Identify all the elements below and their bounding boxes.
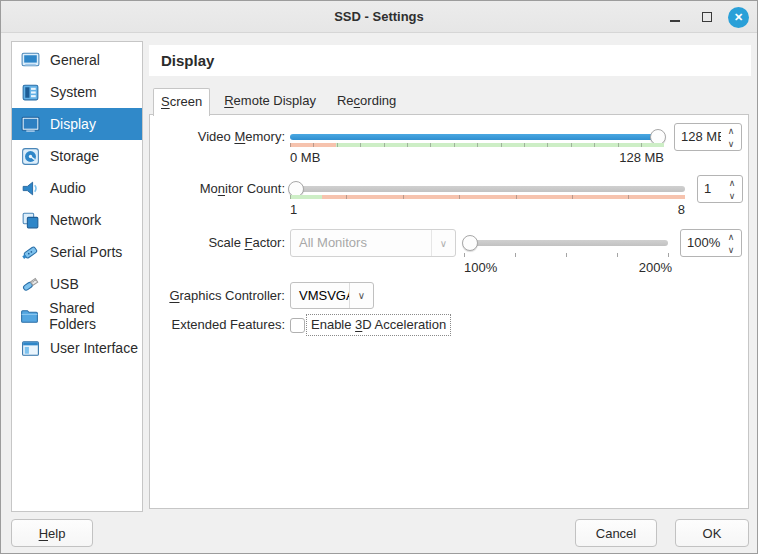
monitor-count-value[interactable]: 1 xyxy=(698,176,722,202)
general-icon xyxy=(19,49,41,71)
audio-icon xyxy=(19,177,41,199)
shared-folders-icon xyxy=(19,305,40,327)
maximize-button[interactable] xyxy=(696,6,718,28)
sidebar-item-usb[interactable]: USB xyxy=(12,268,142,300)
monitor-count-spinbox: 1 ∧ ∨ xyxy=(697,175,743,203)
video-memory-scale xyxy=(290,143,664,147)
minimize-icon xyxy=(670,20,680,22)
settings-window: SSD - Settings ✕ General System Display xyxy=(0,0,758,554)
page-header: Display xyxy=(149,45,751,76)
dropdown-arrow-icon: ∨ xyxy=(431,230,455,256)
window-controls: ✕ xyxy=(664,1,749,33)
sidebar-item-label: General xyxy=(50,52,100,68)
monitor-count-max: 8 xyxy=(678,201,685,219)
video-memory-slider-track[interactable] xyxy=(290,134,664,140)
video-memory-max: 128 MB xyxy=(619,149,664,167)
sidebar-item-user-interface[interactable]: User Interface xyxy=(12,332,142,364)
usb-icon xyxy=(19,273,41,295)
monitor-count-min: 1 xyxy=(290,202,297,217)
scale-factor-label: Scale Factor: xyxy=(150,229,285,257)
network-icon xyxy=(19,209,41,231)
spin-down-icon: ∨ xyxy=(729,191,736,201)
sidebar-item-network[interactable]: Network xyxy=(12,204,142,236)
spin-up-icon: ∧ xyxy=(728,232,735,242)
scale-factor-monitor-value: All Monitors xyxy=(291,230,431,256)
dropdown-arrow-icon: ∨ xyxy=(349,283,373,308)
sidebar-item-label: Network xyxy=(50,212,101,228)
spin-down-icon: ∨ xyxy=(728,139,735,149)
video-memory-min: 0 MB xyxy=(290,150,320,165)
scale-factor-max: 200% xyxy=(639,259,672,277)
sidebar-item-label: Serial Ports xyxy=(50,244,122,260)
serial-ports-icon xyxy=(19,241,41,263)
sidebar-item-display[interactable]: Display xyxy=(12,108,142,140)
tab-screen[interactable]: Screen xyxy=(153,88,210,116)
sidebar-item-general[interactable]: General xyxy=(12,44,142,76)
scale-factor-monitor-select[interactable]: All Monitors ∨ xyxy=(290,229,456,257)
sidebar: General System Display Storage Audio xyxy=(11,41,143,512)
maximize-icon xyxy=(702,12,712,22)
video-memory-range-labels: 0 MB 128 MB xyxy=(290,149,664,167)
sidebar-item-serial-ports[interactable]: Serial Ports xyxy=(12,236,142,268)
monitor-count-scale xyxy=(290,195,685,199)
monitor-count-range-labels: 1 8 xyxy=(290,201,685,219)
system-icon xyxy=(19,81,41,103)
cancel-button[interactable]: Cancel xyxy=(575,519,657,547)
sidebar-item-label: Shared Folders xyxy=(49,300,142,332)
monitor-count-spin-down[interactable]: ∨ xyxy=(722,189,742,202)
display-icon xyxy=(19,113,41,135)
sidebar-item-label: Storage xyxy=(50,148,99,164)
graphics-controller-label: Graphics Controller: xyxy=(150,282,285,310)
user-interface-icon xyxy=(19,337,41,359)
minimize-button[interactable] xyxy=(664,6,686,28)
scale-factor-spin-down[interactable]: ∨ xyxy=(721,243,741,256)
titlebar[interactable]: SSD - Settings ✕ xyxy=(1,1,757,33)
sidebar-item-system[interactable]: System xyxy=(12,76,142,108)
sidebar-item-label: USB xyxy=(50,276,79,292)
scale-factor-slider-handle[interactable] xyxy=(462,235,478,251)
scale-factor-min: 100% xyxy=(464,260,497,275)
video-memory-spin-up[interactable]: ∧ xyxy=(721,124,741,137)
scale-factor-value[interactable]: 100% xyxy=(681,230,721,256)
scale-factor-spinbox: 100% ∧ ∨ xyxy=(680,229,742,257)
close-button[interactable]: ✕ xyxy=(728,7,749,28)
tab-remote-display[interactable]: Remote Display xyxy=(217,88,323,115)
enable-3d-acceleration-checkbox[interactable] xyxy=(290,318,305,333)
monitor-count-spin-up[interactable]: ∧ xyxy=(722,176,742,189)
spin-up-icon: ∧ xyxy=(728,126,735,136)
sidebar-item-shared-folders[interactable]: Shared Folders xyxy=(12,300,142,332)
tabbar: Screen Remote Display Recording xyxy=(153,88,410,115)
spin-down-icon: ∨ xyxy=(728,245,735,255)
spin-up-icon: ∧ xyxy=(729,178,736,188)
video-memory-spinbox: 128 MB ∧ ∨ xyxy=(674,123,742,151)
sidebar-item-label: System xyxy=(50,84,97,100)
video-memory-label: Video Memory: xyxy=(150,123,285,151)
graphics-controller-value: VMSVGA xyxy=(291,283,349,308)
close-icon: ✕ xyxy=(734,11,743,24)
page-title: Display xyxy=(149,45,751,76)
extended-features-label: Extended Features: xyxy=(150,314,285,336)
scale-factor-range-labels: 100% 200% xyxy=(464,259,672,277)
enable-3d-acceleration-label[interactable]: Enable 3D Acceleration xyxy=(306,314,451,336)
sidebar-item-audio[interactable]: Audio xyxy=(12,172,142,204)
video-memory-spin-down[interactable]: ∨ xyxy=(721,137,741,150)
scale-factor-slider-track[interactable] xyxy=(464,240,668,246)
sidebar-item-storage[interactable]: Storage xyxy=(12,140,142,172)
graphics-controller-select[interactable]: VMSVGA ∨ xyxy=(290,282,374,309)
help-button[interactable]: Help xyxy=(11,519,93,547)
scale-factor-ticks xyxy=(464,253,669,257)
monitor-count-label: Monitor Count: xyxy=(150,175,285,203)
ok-button[interactable]: OK xyxy=(675,519,749,547)
monitor-count-slider-track[interactable] xyxy=(290,186,685,192)
video-memory-value[interactable]: 128 MB xyxy=(675,124,721,150)
sidebar-item-label: Audio xyxy=(50,180,86,196)
scale-factor-spin-up[interactable]: ∧ xyxy=(721,230,741,243)
sidebar-item-label: User Interface xyxy=(50,340,138,356)
tab-recording[interactable]: Recording xyxy=(330,88,403,115)
screen-tab-panel: Video Memory: 0 MB 128 MB 128 MB ∧ ∨ Mon… xyxy=(149,114,749,509)
window-title: SSD - Settings xyxy=(1,1,757,33)
storage-icon xyxy=(19,145,41,167)
sidebar-item-label: Display xyxy=(50,116,96,132)
